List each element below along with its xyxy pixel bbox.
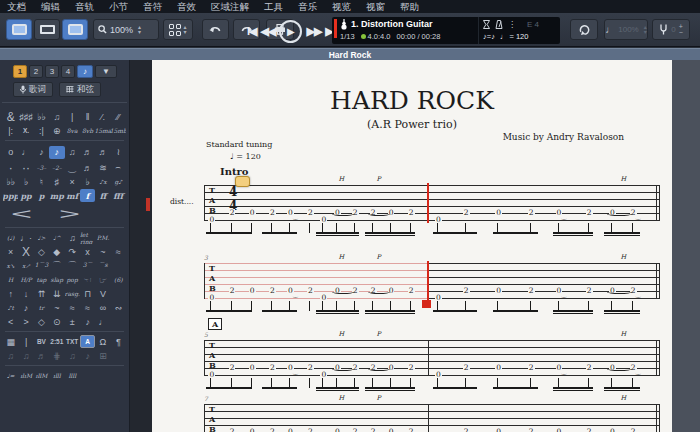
- palette-item[interactable]: ppp: [3, 189, 18, 202]
- palette-item[interactable]: (6): [111, 273, 126, 286]
- palette-item[interactable]: ×: [3, 245, 18, 258]
- fret-number[interactable]: 2: [269, 209, 276, 216]
- palette-item[interactable]: ♭: [80, 175, 95, 188]
- palette-item[interactable]: V: [95, 287, 110, 300]
- palette-item[interactable]: ff: [95, 189, 110, 202]
- fret-number[interactable]: 2: [408, 287, 415, 294]
- palette-item[interactable]: ıllM: [34, 369, 49, 382]
- fret-number[interactable]: 2: [269, 364, 276, 371]
- fret-number[interactable]: 2: [408, 209, 415, 216]
- palette-item[interactable]: ··: [18, 161, 33, 174]
- score-page[interactable]: HARD ROCK (A.R Power trio) Music by Andr…: [152, 60, 672, 432]
- palette-item[interactable]: x: [80, 245, 95, 258]
- palette-item[interactable]: Ω: [95, 335, 110, 348]
- fret-number[interactable]: 2: [307, 364, 314, 371]
- menu-item-6[interactable]: 区域注解: [211, 0, 249, 13]
- fret-number[interactable]: 0: [435, 294, 442, 301]
- palette-item[interactable]: ⇈: [34, 287, 49, 300]
- palette-item[interactable]: ⇊: [49, 287, 64, 300]
- palette-item[interactable]: x↗: [18, 259, 33, 272]
- palette-item[interactable]: 15ma: [95, 124, 110, 137]
- menu-item-1[interactable]: 编辑: [41, 0, 60, 13]
- palette-item[interactable]: ♫: [65, 146, 80, 159]
- tab-staff-2[interactable]: TAB302020‿2002202HP02020‿202‿H: [204, 263, 660, 323]
- palette-item[interactable]: ⊕: [49, 124, 64, 137]
- palette-item[interactable]: ♪: [80, 349, 95, 362]
- palette-item[interactable]: ◇: [34, 315, 49, 328]
- palette-item[interactable]: pp: [18, 189, 33, 202]
- palette-item[interactable]: tap: [34, 273, 49, 286]
- palette-item[interactable]: ♫: [65, 231, 80, 244]
- countdown-icon[interactable]: [483, 20, 490, 29]
- vertical-view-button[interactable]: [62, 19, 88, 40]
- palette-item[interactable]: ×: [65, 175, 80, 188]
- fret-number[interactable]: 0: [249, 287, 256, 294]
- document-tab-bar[interactable]: Hard Rock: [0, 48, 700, 60]
- palette-item[interactable]: ⌒s: [95, 259, 110, 272]
- palette-item[interactable]: ♩>: [34, 231, 49, 244]
- metronome-icon[interactable]: [495, 20, 503, 29]
- palette-item[interactable]: 15mb: [111, 124, 126, 137]
- tab-staff-4[interactable]: TAB702020‿2002202HP02020‿202‿H: [204, 404, 660, 432]
- palette-item[interactable]: 3⌒: [80, 259, 95, 272]
- palette-item[interactable]: ≈: [80, 301, 95, 314]
- fret-number[interactable]: 0: [208, 216, 215, 223]
- menu-item-11[interactable]: 帮助: [400, 0, 419, 13]
- menu-item-2[interactable]: 音轨: [75, 0, 94, 13]
- loop-button[interactable]: [570, 19, 598, 40]
- fret-number[interactable]: 2: [307, 209, 314, 216]
- menu-item-4[interactable]: 音符: [143, 0, 162, 13]
- palette-item[interactable]: ⊓: [80, 287, 95, 300]
- palette-item[interactable]: ♫: [65, 349, 80, 362]
- palette-item[interactable]: 8vb: [80, 124, 95, 137]
- palette-collapse-button[interactable]: ▼: [95, 65, 117, 78]
- screen-view-button[interactable]: [34, 19, 60, 40]
- palette-item[interactable]: H/P: [18, 273, 33, 286]
- palette-item[interactable]: ≈: [65, 301, 80, 314]
- palette-item[interactable]: ♫: [3, 349, 18, 362]
- voice-button-1[interactable]: 1: [13, 65, 27, 78]
- palette-item[interactable]: ♯♯♯: [18, 110, 33, 123]
- palette-item[interactable]: ♫: [18, 349, 33, 362]
- palette-item[interactable]: ♯: [49, 175, 64, 188]
- tab-staff-3[interactable]: TAB5A02020‿2002202HP02020‿202‿H: [204, 340, 660, 400]
- palette-item[interactable]: ♪t: [3, 301, 18, 314]
- relative-speed-control[interactable]: ♩ 100% ▴▾: [604, 19, 648, 40]
- palette-item[interactable]: ¶: [111, 335, 126, 348]
- palette-item[interactable]: tr: [34, 301, 49, 314]
- fret-number[interactable]: 0: [495, 364, 502, 371]
- palette-item[interactable]: X.: [18, 124, 33, 137]
- palette-item[interactable]: ♪x: [95, 175, 110, 188]
- tab-staff-1[interactable]: TAB44dist....02020‿2002202HP02020‿202‿H: [204, 185, 660, 245]
- fret-number[interactable]: 0: [435, 216, 442, 223]
- palette-item[interactable]: rasg.: [65, 287, 80, 300]
- palette-item[interactable]: slap: [49, 273, 64, 286]
- menu-item-7[interactable]: 工具: [264, 0, 283, 13]
- palette-item[interactable]: |: [65, 110, 80, 123]
- palette-item[interactable]: ±: [65, 315, 80, 328]
- palette-item[interactable]: llll: [65, 369, 80, 382]
- palette-item[interactable]: –2–: [49, 161, 64, 174]
- fret-number[interactable]: 2: [528, 287, 535, 294]
- fret-number[interactable]: 2: [229, 287, 236, 294]
- palette-item[interactable]: ♬: [95, 146, 110, 159]
- palette-item[interactable]: ılıM: [18, 369, 33, 382]
- fret-number[interactable]: 0: [320, 216, 327, 223]
- fret-number[interactable]: 2: [307, 428, 314, 432]
- forward-button[interactable]: ▶▶: [306, 25, 321, 38]
- palette-item[interactable]: ♭: [18, 175, 33, 188]
- palette-item[interactable]: ↷: [65, 245, 80, 258]
- section-marker[interactable]: A: [208, 318, 222, 330]
- menu-item-3[interactable]: 小节: [109, 0, 128, 13]
- palette-item[interactable]: P.M.: [95, 231, 110, 244]
- palette-item[interactable]: |:: [3, 124, 18, 137]
- palette-item[interactable]: H: [3, 273, 18, 286]
- palette-item[interactable]: 2:51: [49, 335, 64, 348]
- track-name[interactable]: 1. Distortion Guitar: [351, 19, 433, 29]
- palette-item[interactable]: X: [18, 245, 33, 258]
- fret-number[interactable]: 2: [586, 428, 593, 432]
- go-first-button[interactable]: I◀: [247, 25, 257, 38]
- palette-item[interactable]: ♬: [34, 349, 49, 362]
- palette-item[interactable]: x↘: [3, 259, 18, 272]
- palette-item[interactable]: ◆: [49, 245, 64, 258]
